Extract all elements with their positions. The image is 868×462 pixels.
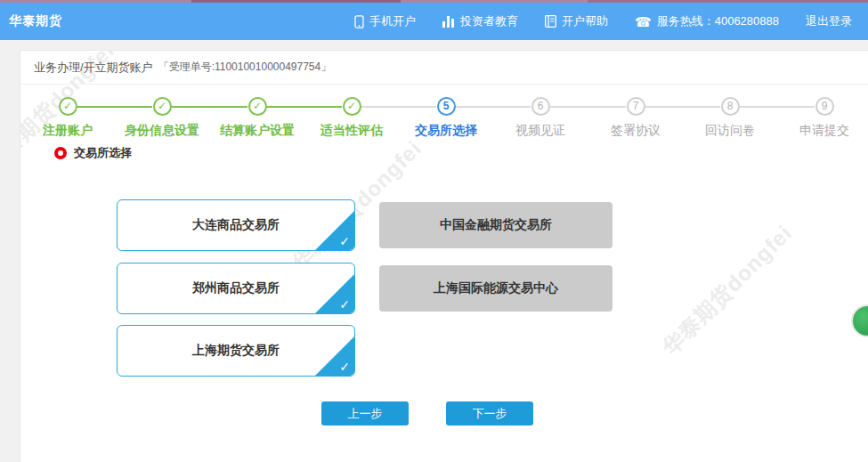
- step-label: 签署协议: [588, 123, 683, 139]
- chart-bars-icon: [442, 16, 455, 28]
- exchange-label: 大连商品交易所: [192, 217, 280, 233]
- watermark: 华泰期货dongfei: [656, 219, 799, 361]
- step-check-circle: ✓: [59, 97, 77, 116]
- menu-item-logout[interactable]: 退出登录: [806, 13, 852, 29]
- step-label: 结算账户设置: [210, 123, 304, 139]
- exchange-option-ine[interactable]: 上海国际能源交易中心: [379, 265, 612, 312]
- menu-item-label: 服务热线：4006280888: [657, 13, 779, 29]
- check-icon: ✓: [339, 360, 350, 374]
- step-number-circle: 5: [437, 97, 456, 116]
- step-label: 申请提交: [777, 123, 868, 139]
- step-number-circle: 6: [531, 97, 550, 116]
- exchange-option-dalian[interactable]: 大连商品交易所 ✓: [117, 199, 355, 251]
- exchange-label: 中国金融期货交易所: [440, 217, 552, 233]
- prev-step-button[interactable]: 上一步: [321, 401, 409, 426]
- order-number: 「受理单号:110010010000497754」: [158, 60, 332, 75]
- section-header: 交易所选择: [54, 145, 132, 161]
- app-header: 华泰期货 手机开户 投资者教育 开户帮助 ☎ 服务热线：4006280888 退…: [0, 3, 868, 40]
- step-video-witness: 6 视频见证: [493, 97, 588, 139]
- step-register-account[interactable]: ✓ 注册账户: [20, 97, 115, 139]
- section-title: 交易所选择: [74, 145, 132, 161]
- step-label: 身份信息设置: [115, 123, 209, 139]
- breadcrumb: 业务办理/开立期货账户 「受理单号:110010010000497754」: [20, 51, 868, 85]
- step-check-circle: ✓: [248, 97, 267, 116]
- menu-item-label: 投资者教育: [460, 13, 518, 29]
- check-icon: ✓: [339, 297, 350, 312]
- step-sign-agreement: 7 签署协议: [588, 97, 683, 139]
- telephone-icon: ☎: [635, 15, 652, 28]
- menu-item-service-hotline[interactable]: ☎ 服务热线：4006280888: [635, 13, 779, 29]
- step-label: 视频见证: [493, 123, 588, 139]
- exchange-label: 上海期货交易所: [192, 343, 280, 359]
- brand-logo: 华泰期货: [9, 13, 62, 29]
- step-callback-survey: 8 回访问卷: [683, 97, 777, 139]
- menu-item-label: 退出登录: [806, 13, 852, 29]
- exchange-option-zhengzhou[interactable]: 郑州商品交易所 ✓: [117, 263, 355, 314]
- menu-item-mobile-account[interactable]: 手机开户: [354, 13, 416, 29]
- book-icon: [545, 15, 556, 28]
- red-dot-icon: [54, 147, 67, 159]
- main-card: 华泰期货dongfei 华泰期货dongfei 华泰期货dongfei 业务办理…: [20, 50, 868, 462]
- menu-item-account-help[interactable]: 开户帮助: [545, 13, 608, 29]
- step-exchange-selection[interactable]: 5 交易所选择: [399, 97, 493, 139]
- step-settlement-account[interactable]: ✓ 结算账户设置: [210, 97, 304, 139]
- step-label: 回访问卷: [683, 123, 777, 139]
- step-label: 注册账户: [20, 123, 115, 139]
- check-icon: ✓: [339, 234, 350, 248]
- step-label: 适当性评估: [304, 123, 399, 139]
- step-number-circle: 9: [815, 97, 834, 116]
- step-identity-info[interactable]: ✓ 身份信息设置: [115, 97, 209, 139]
- step-suitability-assessment[interactable]: ✓ 适当性评估: [304, 97, 399, 139]
- phone-icon: [354, 15, 364, 28]
- menu-item-investor-education[interactable]: 投资者教育: [442, 13, 518, 29]
- next-step-button[interactable]: 下一步: [446, 401, 533, 426]
- exchange-label: 上海国际能源交易中心: [434, 280, 558, 296]
- step-check-circle: ✓: [153, 97, 172, 116]
- header-menu: 手机开户 投资者教育 开户帮助 ☎ 服务热线：4006280888 退出登录: [354, 13, 852, 29]
- step-number-circle: 8: [721, 97, 740, 116]
- step-check-circle: ✓: [343, 97, 361, 116]
- step-label: 交易所选择: [399, 123, 493, 139]
- breadcrumb-path: 业务办理/开立期货账户: [34, 60, 153, 76]
- step-number-circle: 7: [627, 97, 645, 116]
- step-submit-application: 9 申请提交: [777, 97, 868, 139]
- exchange-option-shfe[interactable]: 上海期货交易所 ✓: [117, 325, 355, 377]
- exchange-label: 郑州商品交易所: [192, 280, 280, 296]
- menu-item-label: 手机开户: [369, 13, 416, 29]
- menu-item-label: 开户帮助: [562, 13, 608, 29]
- exchange-option-cffex[interactable]: 中国金融期货交易所: [379, 202, 612, 248]
